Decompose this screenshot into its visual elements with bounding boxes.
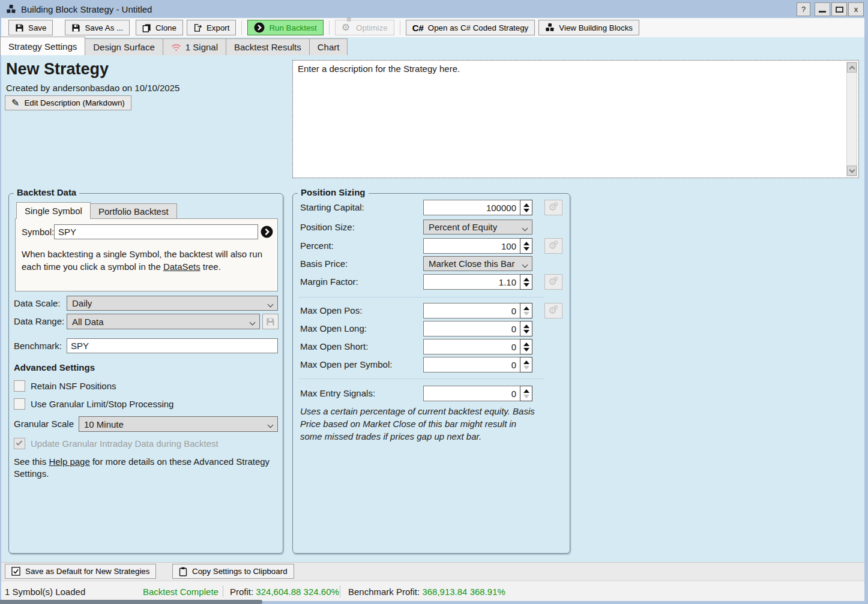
tab-single-symbol[interactable]: Single Symbol <box>16 202 91 219</box>
minimize-icon <box>819 11 826 13</box>
starting-capital-input[interactable] <box>423 200 520 215</box>
max-open-symbol-input[interactable] <box>423 357 520 372</box>
max-entry-signals-input[interactable] <box>423 386 520 401</box>
maximize-button[interactable] <box>831 2 847 16</box>
basis-price-dropdown[interactable]: Market Close this Bar <box>423 256 532 271</box>
help-page-link[interactable]: Help page <box>49 456 89 467</box>
starting-capital-gear-button[interactable]: ⚙ ⚙ <box>544 200 562 215</box>
max-open-pos-spinner[interactable] <box>520 303 532 318</box>
max-open-long-spinner[interactable] <box>520 321 532 336</box>
optimize-button[interactable]: ⚙ ⚙ Optimize <box>335 20 394 35</box>
max-open-symbol-label: Max Open per Symbol: <box>300 359 392 369</box>
tab-design-surface[interactable]: Design Surface <box>85 38 163 55</box>
max-open-symbol-spinner[interactable] <box>520 357 532 372</box>
position-sizing-group: Position Sizing Starting Capital: ⚙ ⚙ Po… <box>292 193 570 554</box>
help-icon: ? <box>801 5 806 14</box>
update-granular-checkbox <box>14 438 25 449</box>
clone-button[interactable]: Clone <box>136 20 183 35</box>
edit-description-button[interactable]: ✎ Edit Description (Markdown) <box>5 95 131 110</box>
percent-gear-button[interactable]: ⚙ ⚙ <box>544 238 562 254</box>
chevron-down-icon <box>522 262 528 268</box>
minimize-button[interactable] <box>815 2 830 16</box>
optimize-gears-icon: ⚙ ⚙ <box>342 23 352 32</box>
backtest-data-legend: Backtest Data <box>14 187 79 197</box>
spin-down-icon <box>523 330 529 333</box>
run-backtest-button[interactable]: Run Backtest <box>247 20 323 35</box>
granular-processing-checkbox[interactable] <box>14 398 25 410</box>
chevron-down-icon <box>250 320 256 326</box>
tab-backtest-results[interactable]: Backtest Results <box>226 38 310 55</box>
benchmark-profit-status: Benchmark Profit: 368,913.84 368.91% <box>348 587 505 597</box>
run-icon <box>254 22 265 33</box>
position-sizing-note: Uses a certain percentage of current bac… <box>300 405 540 443</box>
granular-scale-label: Granular Scale <box>14 419 74 429</box>
position-sizing-legend: Position Sizing <box>298 187 369 197</box>
max-open-pos-gear-button[interactable]: ⚙ ⚙ <box>544 303 562 318</box>
copy-settings-button[interactable]: Copy Settings to Clipboard <box>172 564 294 579</box>
symbol-input[interactable] <box>54 224 258 239</box>
data-scale-dropdown[interactable]: Daily <box>67 296 278 311</box>
export-icon <box>193 23 202 32</box>
description-textarea[interactable]: Enter a description for the Strategy her… <box>292 60 859 178</box>
building-blocks-icon <box>545 23 555 32</box>
save-as-button[interactable]: Save As ... <box>65 20 130 35</box>
profit-status: Profit: 324,604.88 324.60% <box>230 587 339 597</box>
tab-chart[interactable]: Chart <box>309 38 348 55</box>
scroll-down-button[interactable] <box>847 166 857 176</box>
window-frame-right <box>864 18 868 604</box>
description-scrollbar[interactable] <box>846 62 857 176</box>
max-open-short-label: Max Open Short: <box>300 341 368 351</box>
clone-icon <box>142 23 151 32</box>
view-building-blocks-button[interactable]: View Building Blocks <box>538 20 639 35</box>
retain-nsf-label: Retain NSF Positions <box>31 381 116 391</box>
pencil-icon: ✎ <box>11 97 19 109</box>
spin-up-icon <box>523 360 529 364</box>
scroll-up-button[interactable] <box>847 62 857 73</box>
starting-capital-spinner[interactable] <box>520 200 532 215</box>
benchmark-input[interactable] <box>67 338 278 353</box>
max-entry-signals-spinner[interactable] <box>520 386 532 401</box>
save-data-range-button[interactable] <box>262 314 279 329</box>
max-open-long-input[interactable] <box>423 321 520 336</box>
help-button[interactable]: ? <box>797 2 810 16</box>
max-open-pos-input[interactable] <box>423 303 520 318</box>
gear-icon: ⚙ <box>553 305 559 311</box>
main-tab-bar: Strategy Settings Design Surface 1 Signa… <box>0 36 868 55</box>
save-button[interactable]: Save <box>8 20 53 35</box>
datasets-link[interactable]: DataSets <box>163 262 200 272</box>
tab-portfolio-backtest[interactable]: Portfolio Backtest <box>90 203 177 219</box>
spin-down-icon <box>523 395 529 398</box>
open-csharp-button[interactable]: C# Open as C# Coded Strategy <box>406 20 535 35</box>
update-granular-label: Update Granular Intraday Data during Bac… <box>31 438 219 449</box>
save-as-icon <box>71 23 80 32</box>
max-entry-signals-label: Max Entry Signals: <box>300 388 375 398</box>
margin-factor-input[interactable] <box>423 274 520 290</box>
chevron-down-icon <box>522 226 528 232</box>
export-button[interactable]: Export <box>187 20 237 35</box>
margin-factor-gear-button[interactable]: ⚙ ⚙ <box>544 274 562 290</box>
window-frame-left <box>0 18 1 604</box>
spin-up-icon <box>523 242 529 245</box>
close-button[interactable]: x <box>848 2 864 16</box>
app-blocks-icon <box>6 4 16 14</box>
save-default-button[interactable]: Save as Default for New Strategies <box>5 564 156 579</box>
retain-nsf-checkbox[interactable] <box>14 380 25 392</box>
tab-strategy-settings[interactable]: Strategy Settings <box>0 37 85 55</box>
benchmark-label: Benchmark: <box>14 341 62 351</box>
max-open-short-input[interactable] <box>423 339 520 354</box>
close-icon: x <box>854 5 858 14</box>
gear-icon: ⚙ <box>553 202 559 208</box>
advanced-settings-heading: Advanced Settings <box>14 362 95 372</box>
granular-scale-dropdown[interactable]: 10 Minute <box>79 416 278 432</box>
symbol-go-button[interactable] <box>260 224 274 239</box>
margin-factor-spinner[interactable] <box>520 274 532 290</box>
position-size-dropdown[interactable]: Percent of Equity <box>423 220 532 235</box>
spin-up-icon <box>523 342 529 346</box>
tab-signals[interactable]: 1 Signal <box>163 38 226 55</box>
percent-input[interactable] <box>423 238 520 254</box>
spin-up-icon <box>523 306 529 310</box>
data-range-dropdown[interactable]: All Data <box>67 314 260 329</box>
clipboard-icon <box>179 567 187 576</box>
max-open-short-spinner[interactable] <box>520 339 532 354</box>
percent-spinner[interactable] <box>520 238 532 254</box>
